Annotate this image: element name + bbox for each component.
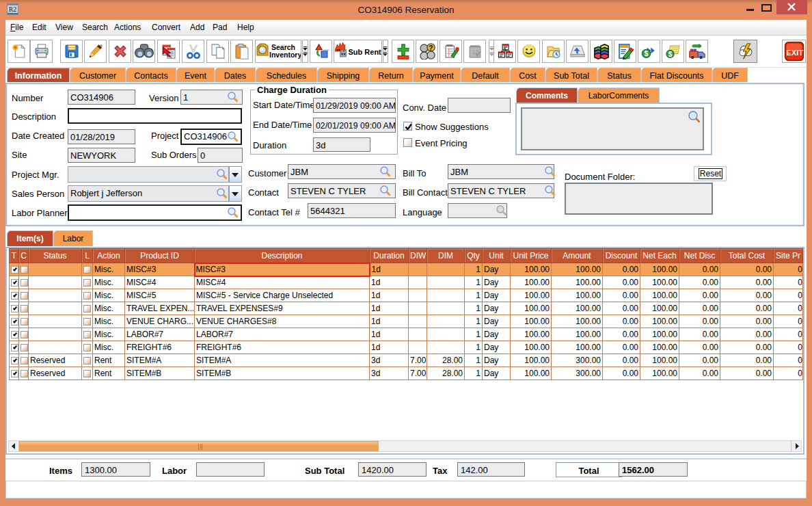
svg-text:?: ? [429, 44, 433, 52]
svg-text:$: $ [668, 51, 672, 58]
svg-text:$: $ [644, 50, 648, 57]
svg-text:Sub Rent: Sub Rent [348, 48, 381, 56]
svg-text:Inventory: Inventory [269, 51, 301, 59]
svg-text:EXIT: EXIT [786, 49, 803, 57]
